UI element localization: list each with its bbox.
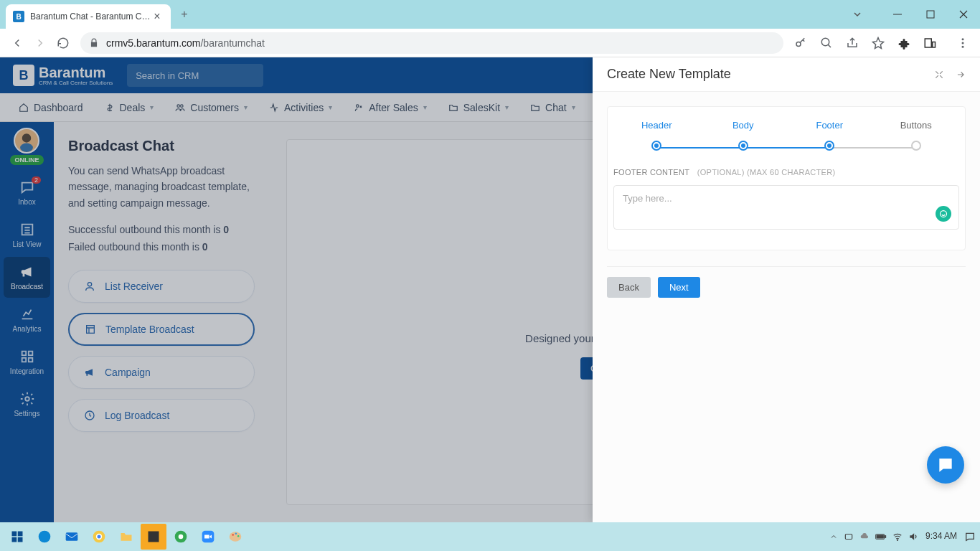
chevron-down-icon[interactable] bbox=[841, 0, 874, 29]
svg-point-7 bbox=[962, 42, 964, 44]
svg-rect-0 bbox=[893, 14, 902, 15]
svg-point-2 bbox=[796, 42, 801, 46]
footer-content-label: FOOTER CONTENT bbox=[613, 168, 689, 176]
panel-header: Create New Template bbox=[593, 57, 980, 92]
svg-rect-4 bbox=[925, 39, 931, 47]
step-buttons[interactable]: Buttons bbox=[873, 120, 960, 151]
svg-rect-41 bbox=[845, 534, 852, 540]
create-template-panel: Create New Template Header bbox=[593, 57, 980, 522]
svg-point-28 bbox=[39, 531, 51, 543]
zoom-icon[interactable] bbox=[815, 32, 838, 55]
tab-title: Barantum Chat - Barantum CRM bbox=[30, 11, 151, 22]
footer-content-input[interactable] bbox=[623, 193, 928, 215]
step-footer[interactable]: Footer bbox=[786, 120, 873, 151]
app-container: B Barantum CRM & Call Center Solutions D… bbox=[0, 57, 980, 522]
svg-point-8 bbox=[962, 45, 964, 47]
tray-onedrive-icon[interactable] bbox=[859, 532, 870, 542]
back-button[interactable]: Back bbox=[607, 277, 651, 298]
footer-content-field[interactable] bbox=[613, 185, 959, 230]
svg-rect-26 bbox=[12, 537, 17, 542]
svg-rect-5 bbox=[933, 42, 936, 47]
taskbar-chrome2-icon[interactable] bbox=[168, 524, 194, 550]
svg-rect-29 bbox=[66, 532, 78, 541]
step-dot-icon bbox=[651, 141, 661, 151]
notifications-icon[interactable] bbox=[964, 531, 976, 542]
tray-sync-icon[interactable] bbox=[844, 532, 854, 542]
step-header[interactable]: Header bbox=[613, 120, 700, 151]
emoji-picker-icon[interactable] bbox=[936, 206, 951, 222]
url-host: crmv5.barantum.com bbox=[106, 37, 200, 49]
extensions-icon[interactable] bbox=[892, 32, 915, 55]
share-icon[interactable] bbox=[841, 32, 864, 55]
panel-title: Create New Template bbox=[607, 67, 731, 82]
start-button[interactable] bbox=[4, 524, 30, 550]
svg-point-45 bbox=[897, 540, 897, 540]
svg-rect-43 bbox=[885, 536, 885, 538]
svg-point-38 bbox=[232, 534, 234, 536]
svg-rect-1 bbox=[927, 11, 934, 18]
svg-point-23 bbox=[941, 211, 947, 217]
svg-rect-44 bbox=[877, 535, 883, 538]
window-maximize-button[interactable] bbox=[914, 0, 947, 29]
svg-point-39 bbox=[235, 533, 237, 535]
intercom-launcher[interactable] bbox=[927, 446, 964, 484]
browser-toolbar: crmv5.barantum.com/barantumchat bbox=[0, 29, 980, 57]
svg-rect-25 bbox=[18, 532, 23, 537]
tray-chevron-icon[interactable] bbox=[829, 532, 838, 541]
windows-taskbar: 9:34 AM bbox=[0, 522, 980, 551]
step-dot-icon bbox=[824, 141, 834, 151]
taskbar-chrome-icon[interactable] bbox=[86, 524, 112, 550]
taskbar-paint-icon[interactable] bbox=[222, 524, 248, 550]
svg-point-32 bbox=[98, 535, 101, 539]
svg-point-6 bbox=[962, 38, 964, 40]
taskbar-edge-icon[interactable] bbox=[32, 524, 57, 550]
favicon: B bbox=[13, 11, 24, 22]
taskbar-zoom-icon[interactable] bbox=[195, 524, 221, 550]
close-tab-icon[interactable]: × bbox=[151, 10, 164, 23]
url-path: /barantumchat bbox=[200, 37, 265, 49]
browser-menu-icon[interactable] bbox=[951, 32, 974, 55]
devices-icon[interactable] bbox=[918, 32, 941, 55]
wizard-steps: Header Body Footer Buttons bbox=[607, 106, 966, 250]
star-icon[interactable] bbox=[867, 32, 890, 55]
step-dot-icon bbox=[738, 141, 748, 151]
svg-point-35 bbox=[179, 534, 184, 540]
svg-point-40 bbox=[237, 535, 240, 537]
tray-battery-icon[interactable] bbox=[875, 532, 887, 541]
browser-tab[interactable]: B Barantum Chat - Barantum CRM × bbox=[6, 4, 171, 29]
step-dot-icon bbox=[911, 141, 921, 151]
tray-volume-icon[interactable] bbox=[908, 532, 918, 542]
window-minimize-button[interactable] bbox=[881, 0, 914, 29]
lock-icon bbox=[89, 38, 99, 48]
taskbar-mail-icon[interactable] bbox=[59, 524, 85, 550]
url-bar[interactable]: crmv5.barantum.com/barantumchat bbox=[80, 32, 783, 54]
key-icon[interactable] bbox=[789, 32, 812, 55]
footer-content-note: (OPTIONAL) (MAX 60 CHARACTER) bbox=[697, 168, 836, 176]
svg-rect-24 bbox=[12, 532, 17, 537]
new-tab-button[interactable]: + bbox=[178, 8, 191, 21]
taskbar-app-icon[interactable] bbox=[141, 524, 166, 550]
taskbar-explorer-icon[interactable] bbox=[113, 524, 139, 550]
browser-reload-button[interactable] bbox=[52, 32, 75, 55]
next-button[interactable]: Next bbox=[658, 277, 700, 298]
expand-icon[interactable] bbox=[934, 70, 944, 80]
taskbar-clock[interactable]: 9:34 AM bbox=[925, 532, 957, 541]
browser-forward-button[interactable] bbox=[29, 32, 52, 55]
svg-point-3 bbox=[821, 38, 829, 46]
window-close-button[interactable] bbox=[947, 0, 980, 29]
system-tray[interactable] bbox=[829, 532, 918, 542]
browser-tab-strip: B Barantum Chat - Barantum CRM × + bbox=[0, 0, 980, 29]
svg-rect-27 bbox=[18, 537, 23, 542]
svg-rect-33 bbox=[149, 532, 159, 542]
close-panel-icon[interactable] bbox=[956, 70, 966, 80]
browser-back-button[interactable] bbox=[6, 32, 29, 55]
tray-wifi-icon[interactable] bbox=[892, 532, 903, 542]
step-body[interactable]: Body bbox=[700, 120, 787, 151]
